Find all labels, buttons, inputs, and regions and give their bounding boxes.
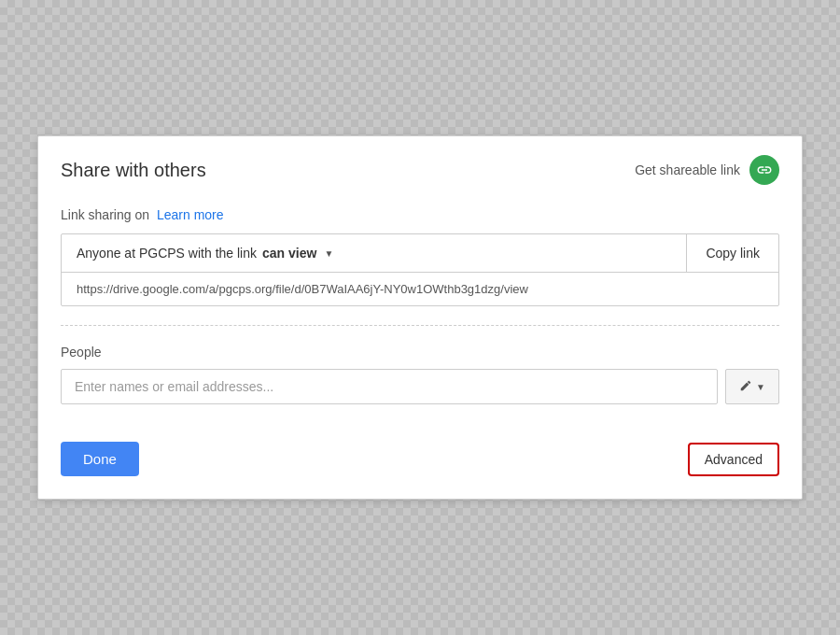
shareable-link-area: Get shareable link <box>635 155 779 185</box>
edit-permission-button[interactable]: ▼ <box>725 369 779 404</box>
people-input[interactable] <box>61 369 718 404</box>
link-sharing-row: Link sharing on Learn more <box>61 207 779 222</box>
link-permission-row: Anyone at PGCPS with the link can view ▼… <box>62 234 778 273</box>
permission-text-bold: can view <box>262 246 316 261</box>
learn-more-link[interactable]: Learn more <box>157 207 224 222</box>
dialog-body: Link sharing on Learn more Anyone at PGC… <box>38 200 802 423</box>
people-section: People ▼ <box>61 345 779 404</box>
people-input-row: ▼ <box>61 369 779 404</box>
link-sharing-label: Link sharing on <box>61 207 149 222</box>
people-label: People <box>61 345 779 360</box>
divider <box>61 325 779 326</box>
advanced-button[interactable]: Advanced <box>688 443 779 476</box>
done-button[interactable]: Done <box>61 442 139 476</box>
chevron-down-icon: ▼ <box>324 248 333 259</box>
link-url-display: https://drive.google.com/a/pgcps.org/fil… <box>62 273 778 305</box>
shareable-link-icon-button[interactable] <box>749 155 779 185</box>
link-icon <box>756 162 773 178</box>
copy-link-button[interactable]: Copy link <box>687 234 778 272</box>
dialog-title: Share with others <box>61 160 206 181</box>
permission-text-before: Anyone at PGCPS with the link <box>77 246 257 261</box>
dialog-footer: Done Advanced <box>38 423 802 499</box>
share-dialog: Share with others Get shareable link Lin… <box>37 135 803 500</box>
dropdown-arrow-icon: ▼ <box>756 382 765 392</box>
dialog-header: Share with others Get shareable link <box>38 136 802 200</box>
link-options-box: Anyone at PGCPS with the link can view ▼… <box>61 233 779 306</box>
permission-selector[interactable]: Anyone at PGCPS with the link can view ▼ <box>62 234 687 272</box>
shareable-link-label: Get shareable link <box>635 162 740 177</box>
pencil-icon <box>739 379 752 395</box>
